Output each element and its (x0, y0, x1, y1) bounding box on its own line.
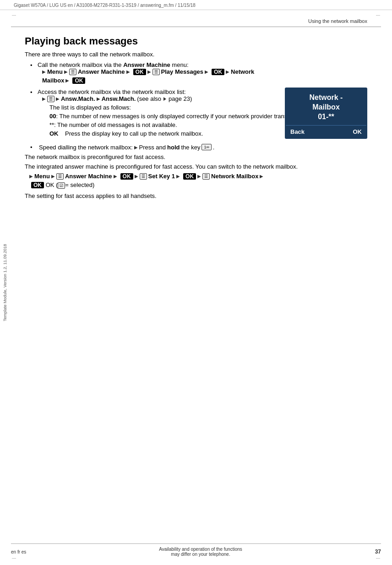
phone-display: Network - Mailbox 01-** Back OK (285, 88, 367, 139)
intro-text: There are three ways to call the network… (25, 51, 367, 58)
corner-mark-top-left: — (12, 13, 16, 17)
phone-back-label: Back (290, 128, 305, 135)
ok-nav3-3: OK (31, 182, 44, 188)
arrow-5: ▶ (205, 69, 208, 74)
network-mailbox-label-1: Network (231, 68, 254, 75)
phone-screen: Network - Mailbox 01-** (286, 88, 366, 125)
bullet-dot-1: • (30, 62, 37, 69)
para2: The integrated answer machine is preconf… (25, 163, 367, 170)
arrow-1: ▶ (42, 69, 46, 74)
phone-line2: Mailbox (291, 103, 361, 112)
footer-languages: en fr es (11, 549, 26, 554)
speed-dial-text: Press and (139, 144, 166, 151)
bullet-item-2: • Access the network mailbox via the net… (30, 88, 367, 141)
bullet-dot-2: • (30, 89, 37, 96)
nav3-icon1: ☰ (56, 173, 64, 180)
ok-label-3: OK (72, 77, 85, 84)
key-1-icon: 1∞ (201, 144, 211, 150)
selected-icon: ☑ (58, 182, 65, 189)
section-title: Playing back messages (25, 35, 381, 47)
bullet-content-1: Call the network mailbox via the Answer … (38, 61, 367, 86)
arrow-18: ▶ (260, 174, 263, 179)
ok-description: Press the display key to call up the net… (65, 130, 203, 137)
page-number: 37 (375, 549, 381, 555)
nav-line-1b: Mailbox ▶ OK (42, 77, 367, 84)
file-metadata: Gigaset W570A / LUG US en / A31008-M2728… (0, 0, 392, 10)
phone-line1: Network - (291, 93, 361, 103)
arrow-8: ▶ (42, 96, 46, 101)
menu-label-1: Menu (47, 68, 63, 75)
selected-text: = selected) (65, 181, 94, 188)
arrow-6: ▶ (226, 69, 229, 74)
arrow-13: ▶ (51, 174, 55, 179)
arrow-3: ▶ (126, 69, 130, 74)
nav-line-3: ▶ Menu ▶ ☰ Answer Machine ▶ OK ▶ ☰ Set K… (29, 173, 367, 180)
bullet2-label: Access the network mailbox via the netwo… (38, 88, 186, 95)
answer-machine-label-3: Answer Machine (65, 173, 112, 180)
network-mailbox-nav3: Network Mailbox (211, 173, 258, 180)
speed-dial-suffix: the key (181, 144, 201, 151)
arrow-4: ▶ (147, 69, 151, 74)
ok-note-text: OK ( (46, 181, 58, 188)
ok-key-label: OK (49, 130, 63, 137)
corner-mark-bottom-left: — (12, 556, 16, 560)
see-also-open: (see also (137, 95, 161, 102)
arrow-11: ▶ (134, 145, 138, 150)
hold-label: hold (167, 144, 180, 151)
nav3-icon2: ☰ (140, 173, 147, 180)
answ-mach-label-1: Answ.Mach. (61, 95, 95, 102)
ok-label-2: OK (212, 69, 224, 75)
corner-mark-bottom-right: — (376, 556, 380, 560)
bullet-item-1: • Call the network mailbox via the Answe… (30, 61, 367, 86)
selected-note: OK OK (☑= selected) (29, 181, 367, 189)
arrow-15: ▶ (135, 174, 138, 179)
footer-center: Availability and operation of the functi… (26, 547, 375, 557)
set-key1-label: Set Key 1 (148, 173, 175, 180)
sidebar-version-text: Template Module, Version 1.2, 11.09.2018 (0, 0, 10, 565)
nav3-icon3: ☰ (202, 173, 210, 180)
answer-machine-icon-1: ☰ (69, 69, 76, 75)
arrow-17: ▶ (197, 174, 201, 179)
ok-label-1: OK (133, 69, 146, 75)
arrow-7: ▶ (65, 78, 69, 83)
speed-dial-line: • Speed dialling the network mailbox: ▶ … (30, 143, 367, 151)
page-footer: en fr es Availability and operation of t… (11, 543, 381, 557)
arrow-9: ▶ (56, 96, 60, 101)
answer-machine-label-1: Answer Machine (78, 68, 125, 75)
footer-line2: may differ on your telephone. (26, 552, 375, 557)
bullet1-label-end: menu: (170, 61, 189, 68)
play-messages-icon: ☰ (152, 69, 160, 75)
phone-line3: 01-** (291, 112, 361, 122)
play-messages-label: Play Messages (161, 68, 204, 75)
arrow-2: ▶ (64, 69, 68, 74)
footer-line1: Availability and operation of the functi… (26, 547, 375, 552)
bullet1-label-pre: Call the network mailbox via the (38, 61, 123, 68)
menu-label-3: Menu (34, 173, 50, 180)
phone-ok-label: OK (353, 128, 362, 135)
bullet-content-2: Access the network mailbox via the netwo… (38, 88, 367, 141)
phone-footer: Back OK (286, 125, 366, 138)
page-header: Using the network mailbox (11, 14, 381, 27)
arrow-16: ▶ (176, 174, 180, 179)
arrow-10: ▶ (97, 96, 100, 101)
answ-mach-icon: ☰ (47, 96, 54, 102)
bullet-dot-3: • (30, 144, 37, 151)
speed-dial-prefix: Speed dialling the network mailbox: (39, 144, 133, 151)
bullet1-label-bold: Answer Machine (123, 61, 170, 68)
network-mailbox-label-2: Mailbox (42, 77, 64, 84)
arrow-page-ref (163, 97, 166, 101)
page-ref: page 23) (169, 95, 192, 102)
final-text: The setting for fast access applies to a… (25, 192, 367, 199)
arrow-14: ▶ (114, 174, 117, 179)
ok-nav3-1: OK (120, 173, 133, 180)
corner-mark-top-right: — (376, 13, 380, 17)
arrow-12: ▶ (29, 174, 33, 179)
answ-mach-label-2: Answ.Mach. (102, 95, 136, 102)
nav-line-1: ▶ Menu ▶ ☰ Answer Machine ▶ OK ▶ ☰ Play … (42, 68, 367, 75)
ok-nav3-2: OK (183, 173, 196, 180)
para1: The network mailbox is preconfigured for… (25, 154, 367, 160)
